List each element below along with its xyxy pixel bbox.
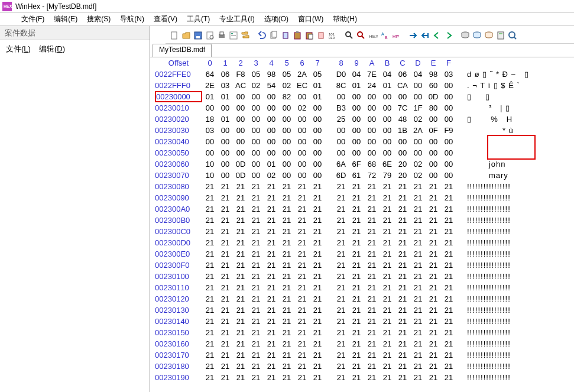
hex-byte[interactable]: 21	[279, 282, 294, 293]
hex-byte[interactable]: 21	[364, 282, 380, 293]
hex-byte[interactable]: 21	[441, 248, 456, 260]
hex-byte[interactable]: 21	[218, 203, 233, 215]
hex-byte[interactable]: 68	[364, 158, 380, 170]
menu-view[interactable]: 查看(V)	[149, 13, 182, 25]
hex-byte[interactable]: 21	[441, 271, 456, 282]
hex-byte[interactable]: 01	[218, 91, 233, 102]
hex-byte[interactable]: 00	[218, 147, 233, 158]
hex-byte[interactable]: 04	[349, 69, 364, 80]
hex-byte[interactable]: 21	[264, 226, 279, 237]
hex-byte[interactable]: 21	[294, 226, 310, 237]
hex-byte[interactable]: 21	[310, 271, 325, 282]
new-icon[interactable]	[169, 30, 180, 41]
hex-byte[interactable]: 21	[279, 293, 294, 304]
hex-byte[interactable]: 21	[410, 372, 426, 383]
hex-byte[interactable]: 82	[279, 91, 294, 102]
hex-byte[interactable]: 6F	[349, 158, 364, 170]
hex-byte[interactable]: 21	[294, 203, 310, 215]
hex-byte[interactable]: 00	[441, 114, 456, 125]
hex-byte[interactable]: 21	[279, 192, 294, 203]
hex-byte[interactable]: 00	[294, 136, 310, 147]
offset-cell[interactable]: 00230080	[155, 181, 202, 192]
hex-byte[interactable]: 00	[441, 158, 456, 170]
hex-byte[interactable]: 00	[248, 158, 264, 170]
hex-byte[interactable]: 00	[310, 158, 325, 170]
hex-byte[interactable]: 21	[395, 304, 410, 316]
hex-byte[interactable]: 21	[410, 203, 426, 215]
hex-row[interactable]: 0023012021212121212121212121212121212121…	[155, 293, 574, 304]
hex-byte[interactable]: 21	[380, 237, 395, 248]
ascii-cell[interactable]: ▯ ▯	[456, 91, 523, 102]
hex-byte[interactable]: 00	[248, 102, 264, 114]
hex-byte[interactable]: 21	[426, 271, 441, 282]
hex-byte[interactable]: 00	[380, 91, 395, 102]
hex-byte[interactable]: 21	[364, 304, 380, 316]
hex-byte[interactable]: 21	[310, 248, 325, 260]
hex-byte[interactable]: 21	[248, 372, 264, 383]
hex-byte[interactable]: 21	[395, 327, 410, 338]
hex-col-4[interactable]: 4	[264, 59, 279, 67]
hex-byte[interactable]: 21	[349, 248, 364, 260]
hex-byte[interactable]: 02	[410, 114, 426, 125]
copy-icon[interactable]	[268, 30, 279, 41]
hex-byte[interactable]: 05	[279, 69, 294, 80]
find-text-icon[interactable]	[344, 30, 355, 41]
hex-byte[interactable]: 21	[279, 316, 294, 327]
menu-help[interactable]: 帮助(H)	[328, 13, 362, 25]
ascii-cell[interactable]: !!!!!!!!!!!!!!!!	[456, 282, 511, 293]
hex-col-B[interactable]: B	[380, 59, 395, 67]
hex-byte[interactable]: 00	[333, 125, 349, 136]
hex-byte[interactable]: 21	[410, 327, 426, 338]
hex-byte[interactable]: 21	[364, 248, 380, 260]
hex-byte[interactable]: 21	[426, 361, 441, 372]
ascii-cell[interactable]: john	[456, 158, 517, 170]
hex-view[interactable]: 0022FFE06406F80598052A05D0047E0406049803…	[150, 69, 574, 392]
hex-byte[interactable]: 21	[202, 226, 218, 237]
hex-byte[interactable]: 00	[218, 125, 233, 136]
hex-row[interactable]: 002300E021212121212121212121212121212121…	[155, 248, 574, 260]
hex-byte[interactable]: 21	[395, 192, 410, 203]
hex-byte[interactable]: 21	[202, 237, 218, 248]
hex-byte[interactable]: 00	[279, 147, 294, 158]
hex-byte[interactable]: 21	[364, 192, 380, 203]
hex-byte[interactable]: AC	[233, 80, 248, 91]
hex-byte[interactable]: 21	[233, 361, 248, 372]
hex-col-2[interactable]: 2	[233, 59, 248, 67]
folder-tree-icon[interactable]	[240, 30, 251, 41]
hex-byte[interactable]: 00	[333, 91, 349, 102]
hex-byte[interactable]: 21	[349, 282, 364, 293]
hex-byte[interactable]: 06	[395, 69, 410, 80]
hex-byte[interactable]: 21	[395, 282, 410, 293]
hex-byte[interactable]: 21	[426, 327, 441, 338]
hex-byte[interactable]: 00	[310, 114, 325, 125]
hex-byte[interactable]: 21	[380, 181, 395, 192]
ascii-cell[interactable]: !!!!!!!!!!!!!!!!	[456, 237, 511, 248]
hex-col-5[interactable]: 5	[279, 59, 294, 67]
hex-col-A[interactable]: A	[364, 59, 380, 67]
hex-byte[interactable]: 00	[349, 114, 364, 125]
offset-cell[interactable]: 002300A0	[155, 203, 202, 215]
hex-byte[interactable]: 00	[218, 136, 233, 147]
offset-cell[interactable]: 00230000	[155, 91, 202, 102]
hex-byte[interactable]: 21	[333, 203, 349, 215]
hex-byte[interactable]: 21	[380, 226, 395, 237]
ascii-cell[interactable]: . ¬ T ì ▯ $ Ê `	[456, 80, 520, 91]
hex-byte[interactable]: 21	[441, 304, 456, 316]
hex-byte[interactable]: 21	[233, 192, 248, 203]
hex-byte[interactable]: 21	[218, 316, 233, 327]
hex-byte[interactable]: 00	[426, 158, 441, 170]
hex-byte[interactable]: 00	[248, 125, 264, 136]
hex-byte[interactable]: 21	[426, 215, 441, 226]
hex-byte[interactable]: 21	[349, 260, 364, 271]
offset-cell[interactable]: 00230020	[155, 114, 202, 125]
hex-byte[interactable]: 21	[364, 215, 380, 226]
ascii-cell[interactable]: !!!!!!!!!!!!!!!!	[456, 361, 511, 372]
hex-byte[interactable]: 21	[349, 215, 364, 226]
hex-byte[interactable]: 21	[380, 316, 395, 327]
hex-byte[interactable]: 21	[333, 327, 349, 338]
hex-byte[interactable]: 21	[294, 327, 310, 338]
hex-byte[interactable]: 21	[218, 293, 233, 304]
hex-byte[interactable]: 10	[202, 158, 218, 170]
hex-row[interactable]: 0023017021212121212121212121212121212121…	[155, 349, 574, 361]
hex-byte[interactable]: 21	[364, 226, 380, 237]
